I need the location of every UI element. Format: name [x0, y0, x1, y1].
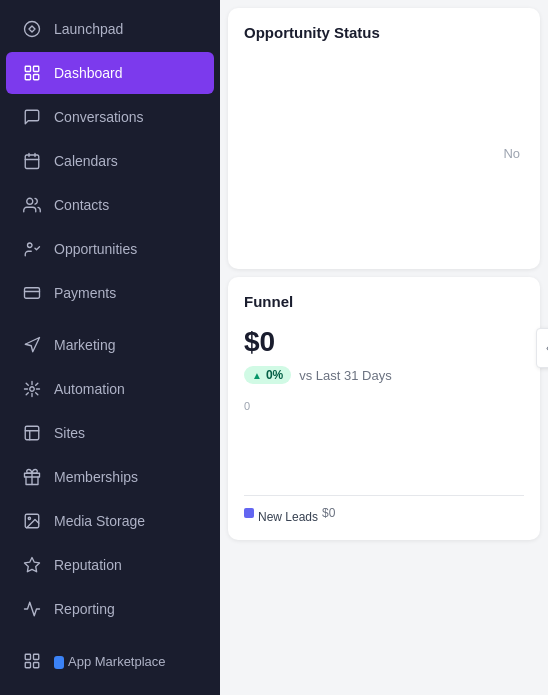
funnel-percent: 0%: [266, 368, 283, 382]
svg-rect-2: [34, 66, 39, 71]
main-content: Opportunity Status No Funnel $0 ▲ 0% vs …: [220, 0, 548, 548]
svg-point-12: [28, 517, 30, 519]
svg-rect-10: [25, 426, 39, 440]
sidebar-item-contacts[interactable]: Contacts: [6, 184, 214, 226]
sidebar-item-app-marketplace[interactable]: App Marketplace: [6, 640, 214, 682]
main-content-wrapper: Opportunity Status No Funnel $0 ▲ 0% vs …: [220, 0, 548, 695]
sidebar-item-label: Payments: [54, 285, 116, 301]
memberships-icon: [22, 467, 42, 487]
contacts-icon: [22, 195, 42, 215]
reputation-icon: [22, 555, 42, 575]
sidebar-item-opportunities[interactable]: Opportunities: [6, 228, 214, 270]
svg-rect-3: [25, 75, 30, 80]
svg-point-6: [27, 198, 33, 204]
sidebar-item-label: Launchpad: [54, 21, 123, 37]
media-storage-icon: [22, 511, 42, 531]
opportunities-icon: [22, 239, 42, 259]
sidebar-item-label: Dashboard: [54, 65, 123, 81]
svg-rect-4: [34, 75, 39, 80]
launchpad-icon: [22, 19, 42, 39]
sidebar-item-conversations[interactable]: Conversations: [6, 96, 214, 138]
sidebar-item-label: Reporting: [54, 601, 115, 617]
funnel-chart: 0 New Leads $0: [244, 400, 524, 524]
sidebar-item-label: App Marketplace: [54, 654, 166, 669]
app-marketplace-icon: [22, 651, 42, 671]
sidebar-collapse-button[interactable]: ‹: [536, 328, 548, 368]
sidebar-item-label: Opportunities: [54, 241, 137, 257]
svg-rect-17: [34, 663, 39, 668]
sidebar-item-sites[interactable]: Sites: [6, 412, 214, 454]
new-leads-value: $0: [322, 506, 335, 520]
funnel-percent-badge: ▲ 0%: [244, 366, 291, 384]
funnel-y-value: 0: [244, 400, 524, 412]
sidebar-item-marketing[interactable]: Marketing: [6, 324, 214, 366]
funnel-vs-label: vs Last 31 Days: [299, 368, 392, 383]
funnel-title: Funnel: [244, 293, 524, 310]
sidebar-item-label: Marketing: [54, 337, 115, 353]
conversations-icon: [22, 107, 42, 127]
sidebar-item-label: Reputation: [54, 557, 122, 573]
svg-rect-15: [34, 654, 39, 659]
sidebar-item-payments[interactable]: Payments: [6, 272, 214, 314]
sidebar-item-media-storage[interactable]: Media Storage: [6, 500, 214, 542]
sites-icon: [22, 423, 42, 443]
svg-rect-1: [25, 66, 30, 71]
dashboard-icon: [22, 63, 42, 83]
svg-point-9: [30, 387, 35, 392]
sidebar: Launchpad Dashboard Conversations Calend…: [0, 0, 220, 695]
sidebar-item-memberships[interactable]: Memberships: [6, 456, 214, 498]
svg-point-0: [25, 22, 40, 37]
marketing-icon: [22, 335, 42, 355]
sidebar-item-reporting[interactable]: Reporting: [6, 588, 214, 630]
reporting-icon: [22, 599, 42, 619]
svg-rect-8: [25, 288, 40, 299]
sidebar-item-label: Automation: [54, 381, 125, 397]
new-leads-color-swatch: [244, 508, 254, 518]
sidebar-item-ai-ads[interactable]: Ad AI ADS: [6, 684, 214, 695]
sidebar-item-label: Media Storage: [54, 513, 145, 529]
svg-rect-5: [25, 155, 39, 169]
sidebar-item-label: Memberships: [54, 469, 138, 485]
svg-rect-14: [25, 654, 30, 659]
sidebar-item-automation[interactable]: Automation: [6, 368, 214, 410]
svg-rect-16: [25, 663, 30, 668]
arrow-up-icon: ▲: [252, 370, 262, 381]
sidebar-item-dashboard[interactable]: Dashboard: [6, 52, 214, 94]
new-leads-label: New Leads: [258, 510, 318, 524]
opportunity-status-card: Opportunity Status No: [228, 8, 540, 269]
funnel-amount: $0: [244, 326, 524, 358]
sidebar-item-label: Calendars: [54, 153, 118, 169]
automation-icon: [22, 379, 42, 399]
sidebar-item-launchpad[interactable]: Launchpad: [6, 8, 214, 50]
sidebar-item-label: Sites: [54, 425, 85, 441]
payments-icon: [22, 283, 42, 303]
opportunity-status-title: Opportunity Status: [244, 24, 524, 41]
sidebar-item-label: Contacts: [54, 197, 109, 213]
sidebar-item-label: Conversations: [54, 109, 144, 125]
svg-marker-13: [25, 558, 40, 572]
opportunity-status-content: No: [244, 53, 524, 253]
sidebar-item-reputation[interactable]: Reputation: [6, 544, 214, 586]
funnel-bar-row: [244, 416, 524, 496]
calendars-icon: [22, 151, 42, 171]
sidebar-item-calendars[interactable]: Calendars: [6, 140, 214, 182]
funnel-card: Funnel $0 ▲ 0% vs Last 31 Days 0 New Lea…: [228, 277, 540, 540]
svg-point-7: [28, 243, 33, 248]
